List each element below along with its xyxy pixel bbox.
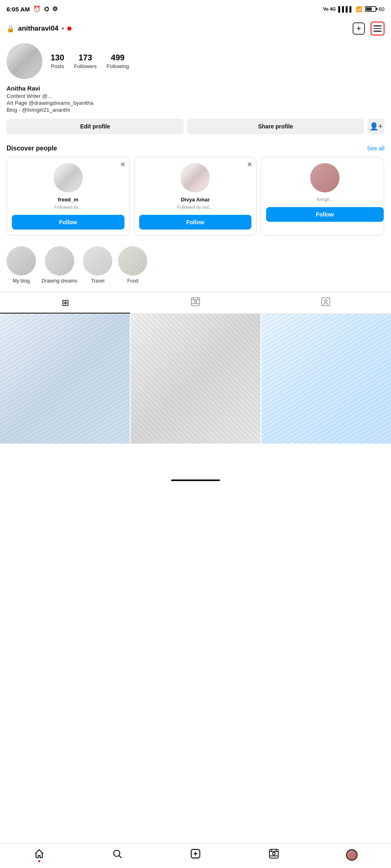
notification-dot <box>67 27 71 31</box>
home-notification-dot <box>38 860 40 862</box>
highlight-item-3[interactable]: Travel <box>83 246 112 284</box>
card-avatar-3 <box>310 163 340 192</box>
discover-card-3-partial: livingir... Follow <box>261 157 384 236</box>
highlight-label-4: Food <box>127 278 138 284</box>
discover-header: Discover people See all <box>7 145 384 152</box>
post-thumbnail-1[interactable] <box>0 314 130 444</box>
nav-profile-button[interactable] <box>343 846 361 864</box>
highlight-circle-2 <box>45 246 74 276</box>
nav-reels-button[interactable] <box>265 846 283 864</box>
following-label: Following <box>107 63 129 69</box>
nav-add-button[interactable] <box>187 846 204 864</box>
see-all-link[interactable]: See all <box>367 145 384 152</box>
chevron-down-icon[interactable]: ▾ <box>62 26 64 31</box>
svg-line-9 <box>119 855 122 858</box>
card-avatar-2 <box>180 163 210 192</box>
add-friend-button[interactable]: 👤+ <box>367 119 384 134</box>
following-count: 499 <box>107 53 129 62</box>
bio-area: Anitha Ravi Content Writer @... Art Page… <box>7 85 384 113</box>
card-meta-2: Followed by noc... <box>177 204 213 210</box>
bio-line-2: Art Page @drawingdreams_byanitha <box>7 100 384 106</box>
battery-icon <box>365 6 376 12</box>
grid-icon: ⊞ <box>62 298 69 308</box>
add-icon <box>190 848 201 862</box>
nav-profile-avatar <box>346 849 358 861</box>
follow-button-2[interactable]: Follow <box>139 215 252 230</box>
gesture-bar <box>0 476 391 484</box>
status-right: Vo 4G ▌▌▌▌ 📶 60 <box>323 6 384 12</box>
card-meta-1: Followed by... <box>54 204 82 210</box>
tab-grid[interactable]: ⊞ <box>0 292 130 314</box>
username-area: 🔒 anitharavi04 ▾ <box>7 24 71 33</box>
profile-header: 130 Posts 173 Followers 499 Following <box>7 43 384 79</box>
username-label: anitharavi04 <box>18 24 58 33</box>
profile-name: Anitha Ravi <box>7 85 384 92</box>
highlight-item-2[interactable]: Drawing dreams <box>42 246 77 284</box>
posts-count: 130 <box>51 53 64 62</box>
plus-icon: + <box>356 24 361 33</box>
discover-card-2: ✕ Divya Amar Followed by noc... Follow <box>134 157 257 236</box>
post-tabs: ⊞ <box>0 292 391 314</box>
svg-rect-6 <box>322 298 330 306</box>
highlights-section: My blog Drawing dreams Travel Food <box>0 242 391 288</box>
post-thumbnail-2[interactable] <box>131 314 260 444</box>
add-person-icon: 👤+ <box>369 122 383 131</box>
followers-count: 173 <box>74 53 97 62</box>
highlight-item-1[interactable]: My blog <box>7 246 36 284</box>
svg-rect-0 <box>191 298 200 306</box>
nav-search-button[interactable] <box>108 846 126 864</box>
follow-button-1[interactable]: Follow <box>12 215 124 230</box>
post-thumbnail-3[interactable] <box>261 314 391 444</box>
highlight-circle-3 <box>83 246 112 276</box>
profile-section: 130 Posts 173 Followers 499 Following An… <box>0 39 391 145</box>
card-avatar-1 <box>53 163 83 192</box>
bottom-nav <box>0 844 391 868</box>
svg-point-8 <box>114 850 120 856</box>
reels-nav-icon <box>269 848 279 861</box>
highlight-circle-4 <box>118 246 147 276</box>
followers-stat[interactable]: 173 Followers <box>74 53 97 70</box>
reels-icon <box>191 297 200 309</box>
highlight-label-1: My blog <box>13 278 30 284</box>
svg-point-1 <box>194 300 197 303</box>
card-name-1: freed_m <box>58 197 79 203</box>
share-profile-button[interactable]: Share profile <box>187 119 364 134</box>
posts-grid <box>0 314 391 444</box>
battery-level: 60 <box>379 6 384 12</box>
avatar-placeholder <box>7 43 42 79</box>
close-card-1-button[interactable]: ✕ <box>120 161 125 168</box>
card-meta-3: livingir... <box>317 197 333 202</box>
home-icon <box>34 848 44 861</box>
wifi-icon: 📶 <box>356 6 362 12</box>
card-name-2: Divya Amar <box>181 197 210 203</box>
close-card-2-button[interactable]: ✕ <box>247 161 252 168</box>
highlight-item-4[interactable]: Food <box>118 246 147 284</box>
signal-bars: ▌▌▌▌ <box>338 6 353 12</box>
lock-icon: 🔒 <box>7 25 15 33</box>
posts-label: Posts <box>51 63 64 69</box>
edit-profile-button[interactable]: Edit profile <box>7 119 184 134</box>
posts-stat[interactable]: 130 Posts <box>51 53 64 70</box>
avatar[interactable] <box>7 43 42 79</box>
followers-label: Followers <box>74 63 97 69</box>
discover-title: Discover people <box>7 145 57 152</box>
menu-line-1 <box>373 25 382 27</box>
nav-home-button[interactable] <box>30 846 48 864</box>
settings-icon: ⚙ <box>52 5 58 13</box>
svg-rect-13 <box>269 849 278 858</box>
gesture-indicator <box>171 479 220 481</box>
discover-cards: ✕ freed_m Followed by... Follow ✕ Divya … <box>7 157 384 236</box>
menu-button[interactable] <box>371 22 384 35</box>
menu-line-3 <box>373 31 382 32</box>
following-stat[interactable]: 499 Following <box>107 53 129 70</box>
nav-icons: + <box>353 22 384 35</box>
top-nav: 🔒 anitharavi04 ▾ + <box>0 18 391 39</box>
add-post-button[interactable]: + <box>353 22 365 35</box>
follow-button-3[interactable]: Follow <box>266 207 384 222</box>
bio-line-1: Content Writer @... <box>7 93 384 99</box>
tab-tagged[interactable] <box>261 292 391 314</box>
menu-line-2 <box>373 28 382 29</box>
status-time: 6:05 AM ⏰ ⌬ ⚙ <box>7 5 58 13</box>
highlight-label-3: Travel <box>91 278 104 284</box>
tab-reels[interactable] <box>130 292 260 314</box>
